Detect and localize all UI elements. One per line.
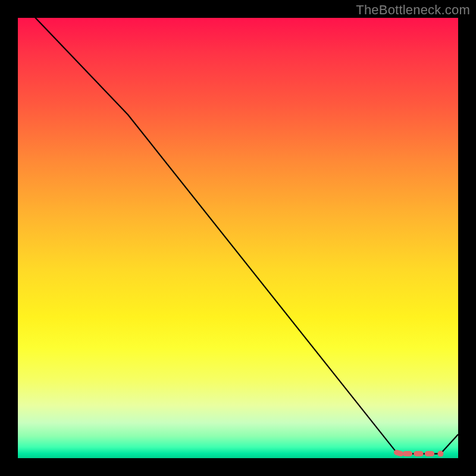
marker-segments xyxy=(396,452,431,453)
chart-svg xyxy=(18,18,458,458)
marker-point xyxy=(437,451,443,457)
plot-area xyxy=(18,18,458,458)
marker-points xyxy=(437,451,443,457)
curve-main xyxy=(18,18,458,454)
attribution-label: TheBottleneck.com xyxy=(356,2,470,18)
marker-segment xyxy=(396,452,400,453)
chart-frame: TheBottleneck.com xyxy=(0,0,476,476)
